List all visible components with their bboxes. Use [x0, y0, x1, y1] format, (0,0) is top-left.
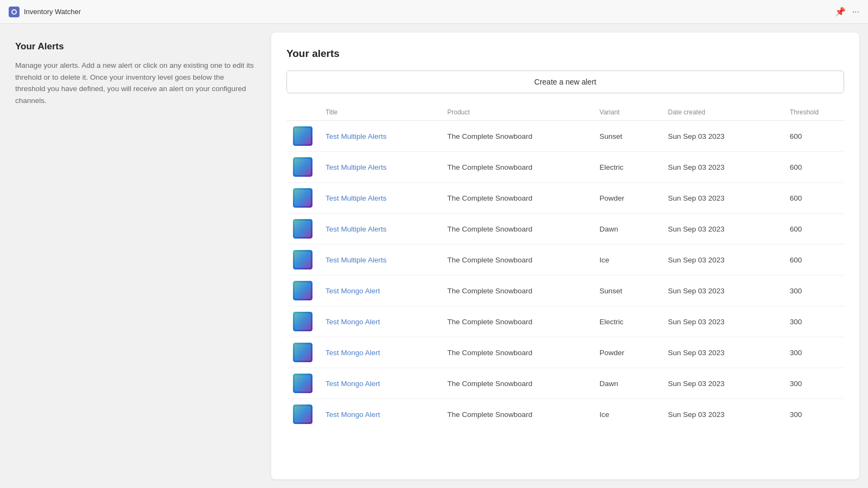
product-image	[293, 312, 312, 331]
titlebar-right: 📌 ···	[835, 7, 859, 17]
product-image	[293, 343, 312, 362]
threshold-cell: 600	[783, 214, 844, 245]
alert-title-link[interactable]: Test Mongo Alert	[326, 287, 380, 295]
product-image-cell	[286, 152, 319, 183]
date-cell: Sun Sep 03 2023	[661, 183, 783, 214]
variant-cell: Ice	[593, 245, 661, 275]
alert-title-cell[interactable]: Test Multiple Alerts	[319, 245, 441, 275]
threshold-cell: 300	[783, 368, 844, 399]
variant-cell: Powder	[593, 337, 661, 368]
sidebar-description: Manage your alerts. Add a new alert or c…	[15, 60, 256, 106]
product-image-cell	[286, 306, 319, 337]
alert-title-link[interactable]: Test Multiple Alerts	[326, 163, 387, 171]
table-row: Test Multiple AlertsThe Complete Snowboa…	[286, 121, 844, 152]
date-cell: Sun Sep 03 2023	[661, 306, 783, 337]
product-name-cell: The Complete Snowboard	[441, 152, 593, 183]
alert-title-link[interactable]: Test Mongo Alert	[326, 349, 380, 357]
alert-title-cell[interactable]: Test Multiple Alerts	[319, 183, 441, 214]
col-header-date: Date created	[661, 104, 783, 121]
product-name-cell: The Complete Snowboard	[441, 337, 593, 368]
svg-point-1	[12, 10, 16, 14]
variant-cell: Powder	[593, 183, 661, 214]
variant-cell: Sunset	[593, 275, 661, 306]
product-image-cell	[286, 183, 319, 214]
date-cell: Sun Sep 03 2023	[661, 275, 783, 306]
product-image	[293, 404, 312, 424]
alert-title-link[interactable]: Test Mongo Alert	[326, 380, 380, 388]
threshold-cell: 600	[783, 183, 844, 214]
threshold-cell: 600	[783, 245, 844, 275]
variant-cell: Sunset	[593, 121, 661, 152]
col-header-img	[286, 104, 319, 121]
alert-title-cell[interactable]: Test Multiple Alerts	[319, 152, 441, 183]
table-row: Test Mongo AlertThe Complete SnowboardEl…	[286, 306, 844, 337]
alert-title-cell[interactable]: Test Mongo Alert	[319, 306, 441, 337]
table-row: Test Multiple AlertsThe Complete Snowboa…	[286, 183, 844, 214]
product-image-cell	[286, 275, 319, 306]
product-name-cell: The Complete Snowboard	[441, 275, 593, 306]
alert-title-link[interactable]: Test Multiple Alerts	[326, 132, 387, 140]
product-image	[293, 188, 312, 208]
more-icon[interactable]: ···	[852, 7, 859, 17]
alert-title-cell[interactable]: Test Mongo Alert	[319, 368, 441, 399]
alert-title-cell[interactable]: Test Mongo Alert	[319, 337, 441, 368]
date-cell: Sun Sep 03 2023	[661, 214, 783, 245]
product-image	[293, 281, 312, 300]
sidebar-title: Your Alerts	[15, 41, 256, 52]
date-cell: Sun Sep 03 2023	[661, 152, 783, 183]
create-alert-button[interactable]: Create a new alert	[286, 70, 844, 93]
variant-cell: Electric	[593, 152, 661, 183]
table-row: Test Mongo AlertThe Complete SnowboardPo…	[286, 337, 844, 368]
product-image-cell	[286, 121, 319, 152]
table-row: Test Multiple AlertsThe Complete Snowboa…	[286, 152, 844, 183]
date-cell: Sun Sep 03 2023	[661, 337, 783, 368]
product-image-cell	[286, 245, 319, 275]
alert-title-cell[interactable]: Test Multiple Alerts	[319, 214, 441, 245]
titlebar-left: Inventory Watcher	[9, 7, 81, 17]
date-cell: Sun Sep 03 2023	[661, 245, 783, 275]
product-image	[293, 126, 312, 146]
app-icon	[9, 7, 20, 17]
col-header-product: Product	[441, 104, 593, 121]
app-title: Inventory Watcher	[24, 8, 81, 16]
product-name-cell: The Complete Snowboard	[441, 399, 593, 430]
table-row: Test Multiple AlertsThe Complete Snowboa…	[286, 214, 844, 245]
col-header-variant: Variant	[593, 104, 661, 121]
alert-title-link[interactable]: Test Mongo Alert	[326, 318, 380, 326]
alert-title-cell[interactable]: Test Multiple Alerts	[319, 121, 441, 152]
alert-title-cell[interactable]: Test Mongo Alert	[319, 399, 441, 430]
col-header-threshold: Threshold	[783, 104, 844, 121]
product-image-cell	[286, 337, 319, 368]
variant-cell: Dawn	[593, 368, 661, 399]
alert-title-link[interactable]: Test Multiple Alerts	[326, 194, 387, 202]
threshold-cell: 300	[783, 275, 844, 306]
threshold-cell: 600	[783, 121, 844, 152]
alerts-table: Title Product Variant Date created Thres…	[286, 104, 844, 429]
product-name-cell: The Complete Snowboard	[441, 368, 593, 399]
alert-title-link[interactable]: Test Multiple Alerts	[326, 225, 387, 233]
alert-title-cell[interactable]: Test Mongo Alert	[319, 275, 441, 306]
date-cell: Sun Sep 03 2023	[661, 121, 783, 152]
main-layout: Your Alerts Manage your alerts. Add a ne…	[0, 24, 868, 488]
product-image	[293, 374, 312, 393]
variant-cell: Electric	[593, 306, 661, 337]
date-cell: Sun Sep 03 2023	[661, 399, 783, 430]
titlebar: Inventory Watcher 📌 ···	[0, 0, 868, 24]
panel-title: Your alerts	[286, 48, 844, 60]
alert-title-link[interactable]: Test Mongo Alert	[326, 410, 380, 419]
product-name-cell: The Complete Snowboard	[441, 214, 593, 245]
table-row: Test Mongo AlertThe Complete SnowboardIc…	[286, 399, 844, 430]
table-row: Test Mongo AlertThe Complete SnowboardSu…	[286, 275, 844, 306]
col-header-title: Title	[319, 104, 441, 121]
product-name-cell: The Complete Snowboard	[441, 183, 593, 214]
threshold-cell: 300	[783, 337, 844, 368]
product-image-cell	[286, 399, 319, 430]
product-image-cell	[286, 214, 319, 245]
table-row: Test Multiple AlertsThe Complete Snowboa…	[286, 245, 844, 275]
product-image-cell	[286, 368, 319, 399]
pin-icon[interactable]: 📌	[835, 7, 846, 17]
table-header: Title Product Variant Date created Thres…	[286, 104, 844, 121]
alert-title-link[interactable]: Test Multiple Alerts	[326, 256, 387, 264]
variant-cell: Dawn	[593, 214, 661, 245]
product-image	[293, 250, 312, 269]
